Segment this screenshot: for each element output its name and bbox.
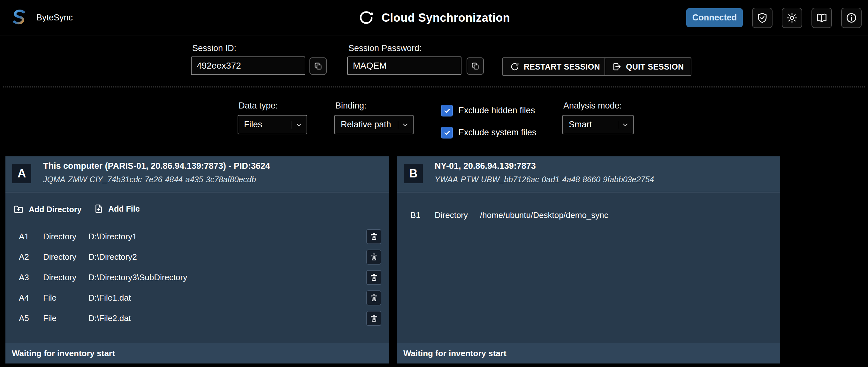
member-letter-badge: B (404, 164, 423, 183)
binding-value: Relative path (341, 120, 391, 130)
trash-icon (370, 293, 378, 302)
status-text: Waiting for inventory start (403, 348, 506, 358)
source-type: File (43, 313, 89, 323)
remove-source-button[interactable] (366, 311, 381, 326)
source-id: A4 (19, 293, 43, 303)
member-title: This computer (PARIS-01, 20.86.94.139:78… (43, 161, 270, 171)
data-source-row: A4 File D:\File1.dat (5, 288, 389, 308)
page-title-text: Cloud Synchronization (382, 11, 510, 25)
brand-name: ByteSync (36, 13, 73, 23)
app-window: ByteSync Cloud Synchronization Connected (0, 0, 868, 367)
source-type: Directory (435, 210, 480, 220)
source-type: Directory (43, 232, 89, 242)
folder-plus-icon (13, 204, 24, 215)
session-id-label: Session ID: (192, 43, 236, 53)
trash-icon (370, 314, 378, 323)
add-file-label: Add File (108, 204, 140, 213)
open-book-icon (816, 12, 828, 24)
binding-label: Binding: (335, 101, 367, 111)
panel-b-body: B1 Directory /home/ubuntu/Desktop/demo_s… (397, 193, 780, 343)
data-source-row: A2 Directory D:\Directory2 (5, 247, 389, 267)
connection-status-badge[interactable]: Connected (686, 8, 743, 27)
binding-select[interactable]: Relative path (334, 115, 413, 134)
panel-b-status: Waiting for inventory start (397, 343, 780, 364)
session-password-input[interactable] (347, 57, 462, 75)
copy-session-id-button[interactable] (309, 58, 327, 75)
source-id: A5 (19, 313, 43, 323)
chevron-down-icon (618, 121, 629, 129)
data-source-list: A1 Directory D:\Directory1 (5, 226, 389, 328)
logout-icon (612, 62, 622, 71)
exclude-system-files-label: Exclude system files (458, 128, 536, 138)
exclude-hidden-files-label: Exclude hidden files (458, 106, 535, 115)
exclude-hidden-files-checkbox[interactable] (441, 105, 453, 116)
status-text: Waiting for inventory start (12, 348, 115, 358)
brand: ByteSync (8, 0, 73, 35)
remove-source-button[interactable] (366, 291, 381, 305)
panel-a-header: A This computer (PARIS-01, 20.86.94.139:… (5, 156, 389, 193)
member-panel-b: B NY-01, 20.86.94.139:7873 YWAA-PTW-UBW_… (397, 156, 780, 364)
member-client-id: JQMA-ZMW-CIY_74b31cdc-7e26-4844-a435-3c7… (43, 175, 256, 184)
add-file-button[interactable]: Add File (94, 204, 140, 213)
remove-source-button[interactable] (366, 229, 381, 244)
session-password-label: Session Password: (348, 43, 422, 53)
trash-icon (370, 232, 378, 241)
member-title: NY-01, 20.86.94.139:7873 (435, 161, 536, 171)
gear-icon (786, 12, 798, 24)
source-path: D:\File2.dat (89, 313, 366, 323)
data-source-row: B1 Directory /home/ubuntu/Desktop/demo_s… (397, 205, 780, 225)
top-bar-actions: Connected (686, 0, 862, 35)
trash-icon (370, 273, 378, 282)
data-source-list: B1 Directory /home/ubuntu/Desktop/demo_s… (397, 205, 780, 225)
member-panel-a: A This computer (PARIS-01, 20.86.94.139:… (5, 156, 389, 364)
source-type: Directory (43, 272, 89, 282)
documentation-button[interactable] (811, 8, 832, 28)
session-id-input[interactable] (191, 57, 305, 75)
data-source-row: A1 Directory D:\Directory1 (5, 226, 389, 247)
source-path: D:\Directory3\SubDirectory (89, 272, 366, 282)
exclude-system-files-option: Exclude system files (441, 127, 536, 138)
source-id: A2 (19, 252, 43, 262)
shield-check-icon (756, 12, 768, 24)
analysis-mode-select[interactable]: Smart (562, 115, 633, 134)
member-letter-badge: A (12, 164, 31, 183)
add-directory-button[interactable]: Add Directory (13, 204, 82, 215)
analysis-mode-value: Smart (569, 120, 592, 130)
data-type-value: Files (244, 120, 262, 130)
trash-icon (370, 253, 378, 261)
restart-session-label: RESTART SESSION (524, 62, 600, 71)
data-source-row: A3 Directory D:\Directory3\SubDirectory (5, 267, 389, 288)
source-path: /home/ubuntu/Desktop/demo_sync (480, 210, 780, 220)
bytesync-logo-icon (8, 7, 29, 28)
source-path: D:\Directory1 (89, 232, 366, 242)
chevron-down-icon (291, 121, 303, 129)
copy-session-password-button[interactable] (467, 58, 484, 75)
data-type-label: Data type: (239, 101, 278, 111)
dashed-separator (3, 87, 865, 88)
about-button[interactable] (841, 8, 862, 28)
remove-source-button[interactable] (366, 270, 381, 285)
info-icon (846, 12, 857, 24)
restart-session-button[interactable]: RESTART SESSION (502, 58, 608, 76)
source-type: File (43, 293, 89, 303)
remove-source-button[interactable] (366, 249, 381, 265)
settings-button[interactable] (782, 8, 802, 28)
source-type: Directory (43, 252, 89, 262)
data-type-select[interactable]: Files (238, 115, 307, 134)
exclude-system-files-checkbox[interactable] (441, 127, 453, 138)
source-id: A3 (19, 272, 43, 282)
quit-session-button[interactable]: QUIT SESSION (604, 58, 691, 76)
member-client-id: YWAA-PTW-UBW_bb7126ac-0ad1-4a48-8660-9fa… (435, 175, 654, 184)
panel-a-status: Waiting for inventory start (5, 343, 389, 364)
add-directory-label: Add Directory (29, 205, 82, 214)
panel-b-header: B NY-01, 20.86.94.139:7873 YWAA-PTW-UBW_… (397, 156, 780, 193)
check-icon (443, 107, 451, 114)
restart-icon (510, 62, 520, 71)
quit-session-label: QUIT SESSION (626, 62, 684, 71)
file-plus-icon (94, 204, 103, 213)
sync-ring-icon (358, 9, 375, 26)
page-title: Cloud Synchronization (358, 0, 510, 35)
top-bar: ByteSync Cloud Synchronization Connected (0, 0, 868, 35)
data-source-row: A5 File D:\File2.dat (5, 308, 389, 328)
trusted-network-button[interactable] (752, 8, 773, 28)
